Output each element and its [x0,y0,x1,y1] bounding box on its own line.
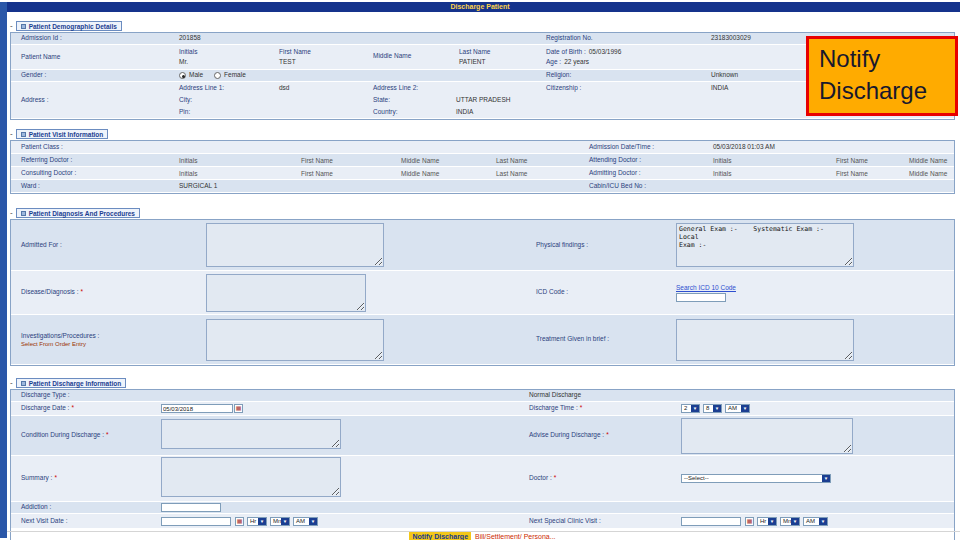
section-discharge: Discharge Type : Normal Discharge Discha… [10,389,955,540]
collapse-demographics-icon[interactable]: - [10,22,13,30]
admission-id-label: Admission Id : [11,34,179,42]
citizenship-label: Citizenship : [546,84,711,92]
doctor-select[interactable]: --Select-- ▼ [681,474,831,483]
bill-settlement-link[interactable]: Bill/Settlement/ Persona... [475,533,556,540]
next-clinic-date-input[interactable] [681,517,741,526]
male-radio[interactable] [179,72,186,79]
required-mark: * [106,431,109,439]
dropdown-arrow-icon: ▼ [791,518,799,525]
ampm-value: AM [726,405,741,412]
next-clinic-minute-select[interactable]: Mn ▼ [780,517,800,526]
admitted-for-label: Admitted For : [11,241,206,249]
religion-label: Religion: [546,71,711,79]
section-tab-visit[interactable]: Patient Visit Information [16,129,109,139]
discharge-time-ampm-select[interactable]: AM ▼ [725,404,750,413]
admission-datetime-label: Admission Date/Time : [589,143,713,151]
section-tab-discharge[interactable]: Patient Discharge Information [16,378,126,388]
disease-diagnosis-textarea[interactable] [206,274,366,312]
advise-textarea[interactable] [681,418,853,454]
investigations-label-cell: Investigations/Procedures : Select From … [11,332,206,347]
section-tab-diagnosis[interactable]: Patient Diagnosis And Procedures [16,208,140,218]
hr-label: Hr [248,518,258,525]
discharge-time-label-cell: Discharge Time : * [529,404,681,412]
discharge-time-label: Discharge Time : [529,404,578,412]
treatment-textarea[interactable] [676,319,854,361]
icd-code-input[interactable] [676,293,726,302]
collapse-discharge-icon[interactable]: - [10,379,13,387]
next-visit-minute-select[interactable]: Mn ▼ [270,517,290,526]
consulting-last-name: Last Name [496,170,589,177]
discharge-time-controls: 2 ▼ 8 ▼ AM ▼ [681,404,750,413]
attending-doctor-label: Attending Doctor : [589,156,713,164]
section-grid-icon [21,132,26,137]
next-clinic-hour-select[interactable]: Hr ▼ [757,517,777,526]
dob-age-block: Date of Birth : 05/03/1996 Age : 22 year… [546,48,621,65]
notify-discharge-button[interactable]: Notify Discharge [409,532,471,540]
dropdown-arrow-icon: ▼ [768,518,776,525]
row-consulting-doctor: Consulting Doctor : Initials First Name … [11,167,954,180]
section-header-demographics: - Patient Demographic Details [10,21,955,31]
section-header-diagnosis: - Patient Diagnosis And Procedures [10,208,955,218]
required-mark: * [54,474,57,482]
section-tab-demographics[interactable]: Patient Demographic Details [16,21,122,31]
attending-initials: Initials [713,157,836,164]
ampm-label: AM [294,518,309,525]
summary-control [161,457,529,501]
summary-textarea[interactable] [161,457,341,497]
row-disease-diagnosis: Disease/Diagnosis : * ICD Code : Search … [11,271,954,315]
discharge-time-hour-select[interactable]: 2 ▼ [681,404,700,413]
notify-discharge-callout: Notify Discharge [806,36,958,116]
next-clinic-ampm-select[interactable]: AM ▼ [803,517,828,526]
discharge-date-controls: ▦ [161,404,529,413]
address-line2-label: Address Line 2: [373,84,459,92]
consulting-doctor-label: Consulting Doctor : [11,169,179,177]
middle-name-label: Middle Name [373,52,459,60]
patient-name-label: Patient Name [11,53,179,61]
section-header-discharge: - Patient Discharge Information [10,378,955,388]
admitted-for-textarea[interactable] [206,223,384,267]
last-name-value: PATIENT [459,58,546,66]
calendar-icon[interactable]: ▦ [745,517,754,526]
admitting-first-name: First Name [836,170,909,177]
mn-label: Mn [781,518,791,525]
state-value: UTTAR PRADESH [456,96,510,104]
country-value: INDIA [456,108,473,116]
investigations-textarea[interactable] [206,319,384,361]
row-referring-doctor: Referring Doctor : Initials First Name M… [11,154,954,167]
condition-control [161,419,529,453]
calendar-icon[interactable]: ▦ [234,404,243,413]
section-header-visit: - Patient Visit Information [10,129,955,139]
addiction-input[interactable] [161,503,221,512]
row-condition: Condition During Discharge : * Advise Du… [11,416,954,456]
collapse-diagnosis-icon[interactable]: - [10,209,13,217]
row-discharge-type: Discharge Type : Normal Discharge [11,390,954,402]
calendar-icon[interactable]: ▦ [235,517,244,526]
discharge-time-minute-select[interactable]: 8 ▼ [703,404,722,413]
dob-label: Date of Birth : [546,48,586,56]
next-visit-ampm-select[interactable]: AM ▼ [293,517,318,526]
required-mark: * [580,404,583,412]
female-radio[interactable] [214,72,221,79]
section-grid-icon [21,211,26,216]
left-edge-bar [0,2,7,538]
physical-findings-textarea[interactable]: General Exam :- Systematic Exam :- Local… [676,223,854,267]
dropdown-arrow-icon: ▼ [258,518,266,525]
mn-label: Mn [271,518,281,525]
required-mark: * [606,431,609,439]
admission-datetime-value: 05/03/2018 01:03 AM [713,143,775,151]
age-value: 22 years [564,58,589,66]
next-visit-label: Next Visit Date : [11,517,161,525]
next-visit-controls: ▦ Hr ▼ Mn ▼ AM ▼ [161,517,529,526]
section-title-discharge: Patient Discharge Information [29,380,121,387]
country-label: Country: [373,108,456,116]
hour-value: 2 [682,405,691,412]
condition-textarea[interactable] [161,419,341,449]
female-label: Female [224,71,246,79]
search-icd-link[interactable]: Search ICD 10 Code [676,284,736,291]
discharge-date-input[interactable] [161,404,233,413]
collapse-visit-icon[interactable]: - [10,130,13,138]
attending-middle-name: Middle Name [909,157,947,164]
dropdown-arrow-icon: ▼ [819,518,827,525]
next-visit-hour-select[interactable]: Hr ▼ [247,517,267,526]
next-visit-date-input[interactable] [161,517,231,526]
